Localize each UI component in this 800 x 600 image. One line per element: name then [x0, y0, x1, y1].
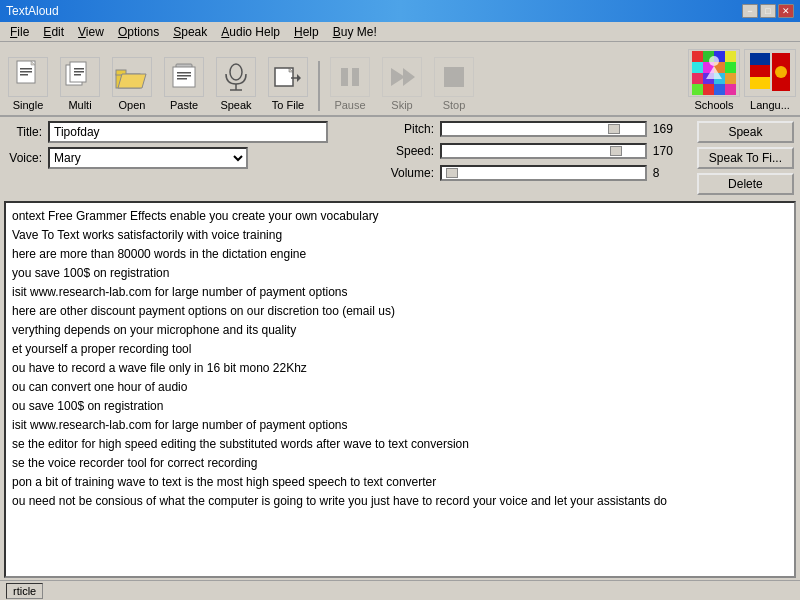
open-icon	[112, 57, 152, 97]
stop-icon	[434, 57, 474, 97]
pitch-value: 169	[653, 122, 683, 136]
text-area[interactable]: ontext Free Grammer Effects enable you c…	[4, 201, 796, 578]
main-content: Title: Voice: Mary Mike Sam Anna Pitch:	[0, 117, 800, 600]
svg-rect-3	[20, 71, 32, 73]
title-row: Title:	[6, 121, 386, 143]
svg-marker-27	[391, 68, 405, 86]
title-bar-controls: − □ ✕	[742, 4, 794, 18]
text-line: ou save 100$ on registration	[12, 397, 788, 415]
speak-button[interactable]: Speak	[212, 57, 260, 111]
toolbar-divider-1	[318, 61, 320, 111]
menu-view[interactable]: View	[72, 24, 110, 40]
multi-button[interactable]: Multi	[56, 57, 104, 111]
maximize-button[interactable]: □	[760, 4, 776, 18]
open-button[interactable]: Open	[108, 57, 156, 111]
speak-action-button[interactable]: Speak	[697, 121, 794, 143]
svg-rect-44	[714, 84, 725, 95]
sliders-and-btns: Pitch: 169 Speed: 170 Volume:	[386, 121, 794, 195]
delete-button[interactable]: Delete	[697, 173, 794, 195]
menu-bar: File Edit View Options Speak Audio Help …	[0, 22, 800, 42]
language-button[interactable]: Langu...	[744, 49, 796, 111]
speak-to-file-button[interactable]: Speak To Fi...	[697, 147, 794, 169]
pitch-thumb[interactable]	[608, 124, 620, 134]
title-input[interactable]	[48, 121, 328, 143]
svg-rect-16	[177, 75, 191, 77]
svg-point-18	[230, 64, 242, 80]
paste-button[interactable]: Paste	[160, 57, 208, 111]
stop-button[interactable]: Stop	[430, 57, 478, 111]
voice-select[interactable]: Mary Mike Sam Anna	[48, 147, 248, 169]
svg-rect-37	[725, 62, 736, 73]
sliders-col: Pitch: 169 Speed: 170 Volume:	[386, 121, 683, 181]
left-fields: Title: Voice: Mary Mike Sam Anna	[6, 121, 386, 169]
svg-rect-9	[74, 74, 81, 76]
volume-row: Volume: 8	[386, 165, 683, 181]
speed-label: Speed:	[386, 144, 434, 158]
form-controls-row: Title: Voice: Mary Mike Sam Anna Pitch:	[0, 117, 800, 199]
svg-point-52	[775, 66, 787, 78]
pause-icon	[330, 57, 370, 97]
minimize-button[interactable]: −	[742, 4, 758, 18]
speed-thumb[interactable]	[610, 146, 622, 156]
toolbar: Single Multi Open	[0, 42, 800, 117]
svg-rect-17	[177, 78, 187, 80]
menu-edit[interactable]: Edit	[37, 24, 70, 40]
volume-track[interactable]	[440, 165, 647, 181]
text-line: ou can convert one hour of audio	[12, 378, 788, 396]
text-line: se the editor for high speed editing the…	[12, 435, 788, 453]
single-label: Single	[13, 99, 44, 111]
text-line: ontext Free Grammer Effects enable you c…	[12, 207, 788, 225]
multi-icon	[60, 57, 100, 97]
menu-audio-help[interactable]: Audio Help	[215, 24, 286, 40]
menu-options[interactable]: Options	[112, 24, 165, 40]
menu-buyme[interactable]: Buy Me!	[327, 24, 383, 40]
text-line: se the voice recorder tool for correct r…	[12, 454, 788, 472]
schools-label: Schools	[694, 99, 733, 111]
title-bar: TextAloud − □ ✕	[0, 0, 800, 22]
pitch-label: Pitch:	[386, 122, 434, 136]
single-button[interactable]: Single	[4, 57, 52, 111]
text-line: ou need not be consious of what the comp…	[12, 492, 788, 510]
svg-rect-42	[692, 84, 703, 95]
pitch-track[interactable]	[440, 121, 647, 137]
action-buttons: Speak Speak To Fi... Delete	[697, 121, 794, 195]
svg-rect-50	[750, 77, 770, 89]
menu-file[interactable]: File	[4, 24, 35, 40]
svg-rect-49	[750, 65, 770, 77]
schools-icon	[688, 49, 740, 97]
status-text: rticle	[6, 583, 43, 599]
svg-rect-29	[444, 67, 464, 87]
text-line: verything depends on your microphone and…	[12, 321, 788, 339]
text-line: you save 100$ on registration	[12, 264, 788, 282]
menu-help[interactable]: Help	[288, 24, 325, 40]
open-label: Open	[119, 99, 146, 111]
paste-label: Paste	[170, 99, 198, 111]
volume-thumb[interactable]	[446, 168, 458, 178]
svg-marker-28	[403, 68, 415, 86]
text-line: pon a bit of training wave to text is th…	[12, 473, 788, 491]
title-bar-title: TextAloud	[6, 4, 59, 18]
speed-track[interactable]	[440, 143, 647, 159]
pause-button[interactable]: Pause	[326, 57, 374, 111]
skip-label: Skip	[391, 99, 412, 111]
svg-rect-30	[692, 51, 703, 62]
language-icon	[744, 49, 796, 97]
svg-rect-14	[173, 67, 195, 87]
title-label: Title:	[6, 125, 42, 139]
multi-label: Multi	[68, 99, 91, 111]
speed-row: Speed: 170	[386, 143, 683, 159]
tofile-button[interactable]: To File	[264, 57, 312, 111]
svg-rect-4	[20, 74, 28, 76]
text-line: isit www.research-lab.com for large numb…	[12, 283, 788, 301]
schools-button[interactable]: Schools	[688, 49, 740, 111]
skip-button[interactable]: Skip	[378, 57, 426, 111]
svg-rect-45	[725, 84, 736, 95]
volume-value: 8	[653, 166, 683, 180]
close-button[interactable]: ✕	[778, 4, 794, 18]
svg-rect-26	[352, 68, 359, 86]
tofile-label: To File	[272, 99, 304, 111]
status-bar: rticle	[0, 580, 800, 600]
pitch-row: Pitch: 169	[386, 121, 683, 137]
paste-icon	[164, 57, 204, 97]
menu-speak[interactable]: Speak	[167, 24, 213, 40]
